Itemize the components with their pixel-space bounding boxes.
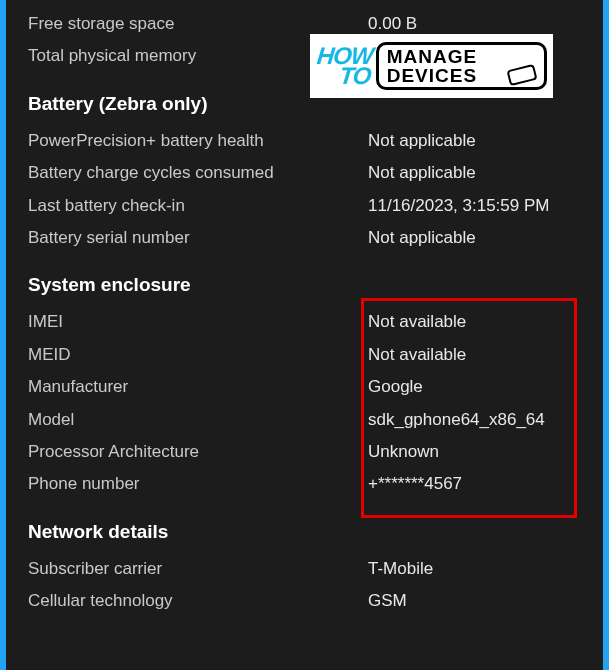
row-model: Model sdk_gphone64_x86_64 (28, 404, 581, 436)
logo-to: TO (314, 66, 372, 86)
label-cellular-tech: Cellular technology (28, 591, 368, 611)
label-battery-serial: Battery serial number (28, 228, 368, 248)
watermark-logo: HOW TO MANAGE DEVICES (310, 34, 553, 98)
label-imei: IMEI (28, 312, 368, 332)
row-battery-health: PowerPrecision+ battery health Not appli… (28, 125, 581, 157)
value-battery-checkin: 11/16/2023, 3:15:59 PM (368, 196, 581, 216)
label-battery-health: PowerPrecision+ battery health (28, 131, 368, 151)
label-model: Model (28, 410, 368, 430)
value-free-storage: 0.00 B (368, 14, 581, 34)
row-battery-cycles: Battery charge cycles consumed Not appli… (28, 157, 581, 189)
label-free-storage: Free storage space (28, 14, 368, 34)
row-meid: MEID Not available (28, 339, 581, 371)
row-subscriber-carrier: Subscriber carrier T-Mobile (28, 553, 581, 585)
label-phone-number: Phone number (28, 474, 368, 494)
logo-howto-text: HOW TO (314, 46, 378, 86)
value-cellular-tech: GSM (368, 591, 581, 611)
row-processor-arch: Processor Architecture Unknown (28, 436, 581, 468)
value-manufacturer: Google (368, 377, 581, 397)
value-imei: Not available (368, 312, 581, 332)
value-battery-health: Not applicable (368, 131, 581, 151)
row-battery-checkin: Last battery check-in 11/16/2023, 3:15:5… (28, 190, 581, 222)
logo-line1: MANAGE (387, 47, 536, 66)
value-battery-serial: Not applicable (368, 228, 581, 248)
label-battery-checkin: Last battery check-in (28, 196, 368, 216)
label-subscriber-carrier: Subscriber carrier (28, 559, 368, 579)
row-imei: IMEI Not available (28, 306, 581, 338)
row-phone-number: Phone number +*******4567 (28, 468, 581, 500)
value-processor-arch: Unknown (368, 442, 581, 462)
value-model: sdk_gphone64_x86_64 (368, 410, 581, 430)
value-phone-number: +*******4567 (368, 474, 581, 494)
label-meid: MEID (28, 345, 368, 365)
section-title-enclosure: System enclosure (28, 254, 581, 306)
label-manufacturer: Manufacturer (28, 377, 368, 397)
value-subscriber-carrier: T-Mobile (368, 559, 581, 579)
device-details-panel: Free storage space 0.00 B Total physical… (6, 0, 603, 670)
row-cellular-tech: Cellular technology GSM (28, 585, 581, 617)
logo-box: MANAGE DEVICES (376, 42, 547, 90)
value-battery-cycles: Not applicable (368, 163, 581, 183)
label-processor-arch: Processor Architecture (28, 442, 368, 462)
label-battery-cycles: Battery charge cycles consumed (28, 163, 368, 183)
row-battery-serial: Battery serial number Not applicable (28, 222, 581, 254)
value-meid: Not available (368, 345, 581, 365)
row-manufacturer: Manufacturer Google (28, 371, 581, 403)
section-title-network: Network details (28, 501, 581, 553)
